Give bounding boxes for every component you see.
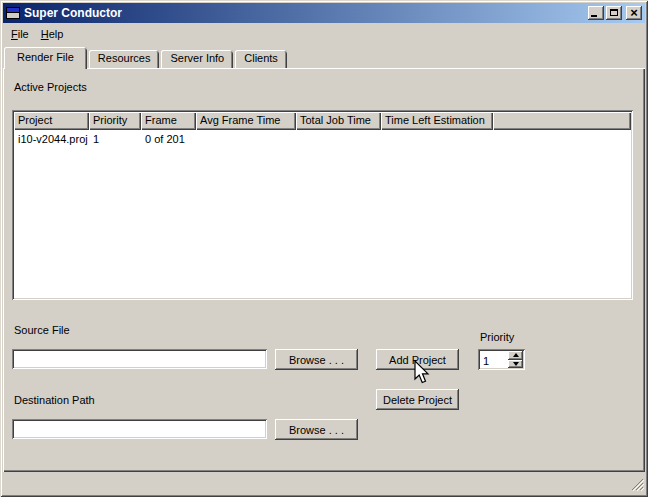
browse-destination-button[interactable]: Browse . . . xyxy=(275,419,358,440)
column-header-priority[interactable]: Priority xyxy=(89,112,141,130)
destination-path-input[interactable] xyxy=(12,419,267,439)
window-controls: × xyxy=(588,6,642,20)
cell-priority: 1 xyxy=(89,133,141,145)
arrow-down-icon xyxy=(513,362,519,366)
column-header-total-job-time[interactable]: Total Job Time xyxy=(296,112,381,130)
arrow-up-icon xyxy=(513,353,519,357)
active-projects-table[interactable]: Project Priority Frame Avg Frame Time To… xyxy=(12,110,633,300)
tab-render-file[interactable]: Render File xyxy=(4,47,87,69)
application-window: Super Conductor × File Help Render File … xyxy=(0,0,648,497)
column-header-spacer xyxy=(493,112,631,130)
cell-frame: 0 of 201 xyxy=(141,133,196,145)
delete-project-button[interactable]: Delete Project xyxy=(376,389,459,410)
tab-resources[interactable]: Resources xyxy=(89,50,160,68)
source-file-label: Source File xyxy=(14,324,70,336)
close-button[interactable]: × xyxy=(626,6,642,20)
menu-help[interactable]: Help xyxy=(35,25,70,43)
tab-clients[interactable]: Clients xyxy=(235,50,287,68)
priority-increment-button[interactable] xyxy=(508,351,523,360)
title-bar[interactable]: Super Conductor × xyxy=(3,3,645,23)
tab-strip: Render File Resources Server Info Client… xyxy=(4,47,289,68)
browse-source-button[interactable]: Browse . . . xyxy=(275,349,358,370)
priority-label: Priority xyxy=(480,331,514,343)
table-header: Project Priority Frame Avg Frame Time To… xyxy=(14,112,631,130)
menu-bar: File Help xyxy=(3,23,645,44)
priority-decrement-button[interactable] xyxy=(508,360,523,369)
priority-spinner xyxy=(478,349,525,370)
window-title: Super Conductor xyxy=(24,3,588,23)
active-projects-label: Active Projects xyxy=(14,81,87,93)
tab-server-info[interactable]: Server Info xyxy=(161,50,233,68)
resize-grip-icon[interactable] xyxy=(631,478,644,491)
source-file-input[interactable] xyxy=(12,349,267,369)
render-file-panel: Active Projects Project Priority Frame A… xyxy=(3,68,645,472)
menu-file[interactable]: File xyxy=(5,25,35,43)
column-header-time-left-estimation[interactable]: Time Left Estimation xyxy=(381,112,493,130)
application-icon[interactable] xyxy=(6,7,20,19)
cell-project: i10-v2044.proj xyxy=(14,133,89,145)
minimize-button[interactable] xyxy=(588,6,604,20)
destination-path-label: Destination Path xyxy=(14,394,95,406)
close-icon: × xyxy=(630,7,638,19)
column-header-project[interactable]: Project xyxy=(14,112,89,130)
status-bar xyxy=(3,473,645,492)
maximize-button[interactable] xyxy=(606,6,622,20)
column-header-avg-frame-time[interactable]: Avg Frame Time xyxy=(196,112,296,130)
priority-spin-buttons xyxy=(508,351,523,368)
priority-input[interactable] xyxy=(478,349,508,370)
add-project-button[interactable]: Add Project xyxy=(376,349,459,370)
minimize-icon xyxy=(591,15,597,17)
maximize-icon xyxy=(610,9,618,16)
table-row[interactable]: i10-v2044.proj 1 0 of 201 xyxy=(14,130,631,147)
column-header-frame[interactable]: Frame xyxy=(141,112,196,130)
